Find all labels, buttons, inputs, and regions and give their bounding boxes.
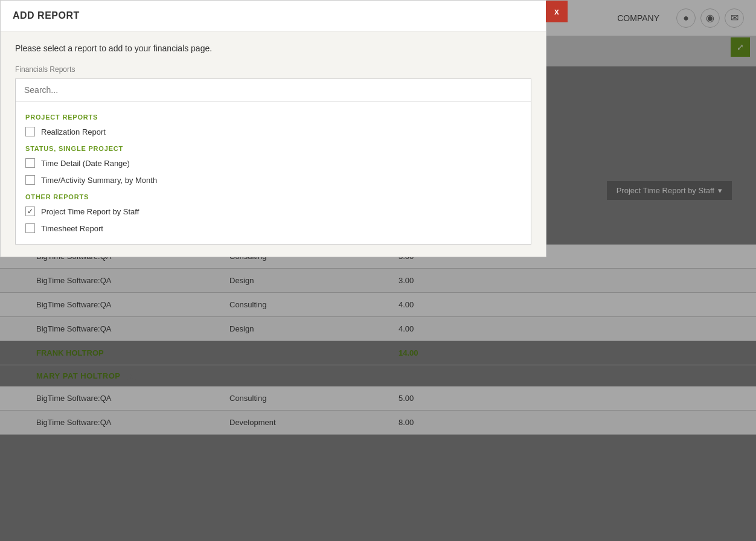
checkbox-time-activity[interactable] [25, 175, 35, 185]
report-list: PROJECT REPORTS Realization Report STATU… [15, 101, 531, 245]
checkbox-timesheet[interactable] [25, 223, 35, 233]
modal-close-button[interactable]: x [546, 1, 568, 22]
modal-body: Please select a report to add to your fi… [1, 31, 546, 257]
report-item-project-time[interactable]: Project Time Report by Staff [16, 203, 531, 220]
section-label: Financials Reports [15, 65, 531, 74]
category-project-reports: PROJECT REPORTS [16, 109, 531, 123]
modal-header: ADD REPORT x [1, 1, 546, 31]
checkbox-project-time[interactable] [25, 206, 35, 216]
category-status-single: STATUS, SINGLE PROJECT [16, 140, 531, 155]
report-item-timesheet[interactable]: Timesheet Report [16, 220, 531, 237]
report-item-time-detail[interactable]: Time Detail (Date Range) [16, 155, 531, 171]
search-input[interactable] [16, 79, 531, 101]
modal-title: ADD REPORT [13, 10, 80, 21]
search-container [15, 78, 531, 101]
report-item-time-activity[interactable]: Time/Activity Summary, by Month [16, 171, 531, 188]
checkbox-realization[interactable] [25, 127, 35, 136]
add-report-modal: ADD REPORT x Please select a report to a… [0, 0, 546, 257]
checkbox-time-detail[interactable] [25, 158, 35, 168]
report-item-realization[interactable]: Realization Report [16, 123, 531, 140]
modal-description: Please select a report to add to your fi… [15, 43, 531, 53]
category-other-reports: OTHER REPORTS [16, 188, 531, 203]
